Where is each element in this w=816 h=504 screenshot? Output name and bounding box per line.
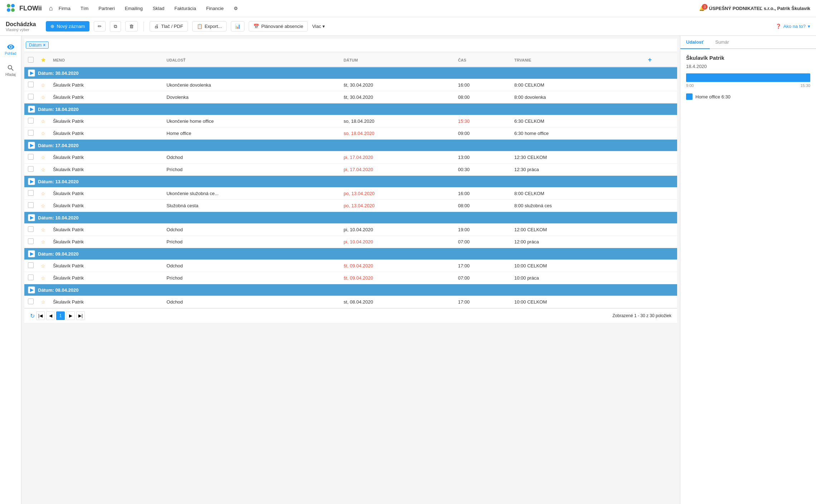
table-row[interactable]: ☆ Škulavík Patrik Príchod pi, 10.04.2020… xyxy=(24,236,677,248)
star-icon[interactable]: ☆ xyxy=(41,131,45,136)
expand-group-button[interactable]: ▶ xyxy=(28,286,35,294)
edit-icon: ✏ xyxy=(98,24,102,29)
table-row[interactable]: ☆ Škulavík Patrik Odchod pi, 17.04.2020 … xyxy=(24,151,677,164)
star-icon[interactable]: ☆ xyxy=(41,299,45,305)
row-duration: 12:00 práca xyxy=(511,236,645,248)
nav-partneri[interactable]: Partneri xyxy=(94,4,119,13)
row-checkbox[interactable] xyxy=(28,118,34,123)
row-date: po, 13.04.2020 xyxy=(340,188,455,200)
row-checkbox[interactable] xyxy=(28,154,34,160)
chart-icon: 📊 xyxy=(235,24,241,29)
chart-button[interactable]: 📊 xyxy=(231,21,244,32)
row-star-cell: ☆ xyxy=(37,79,49,91)
planned-absences-button[interactable]: 📅 Plánované absencie xyxy=(249,21,308,32)
star-icon[interactable]: ☆ xyxy=(41,227,45,233)
filter-tag-close[interactable]: × xyxy=(43,43,45,48)
sidebar-item-hladaj[interactable]: Hľadaj xyxy=(1,61,20,79)
star-icon[interactable]: ☆ xyxy=(41,82,45,88)
next-page-button[interactable]: ▶ xyxy=(66,311,75,320)
pagination-controls: ↻ |◀ ◀ 1 ▶ ▶| xyxy=(30,311,85,320)
table-row[interactable]: ☆ Škulavík Patrik Odchod št, 09.04.2020 … xyxy=(24,260,677,272)
page-title: Dochádzka xyxy=(6,21,36,28)
table-row[interactable]: ☆ Škulavík Patrik Služobná cesta po, 13.… xyxy=(24,200,677,212)
tab-udalost[interactable]: Udalosť xyxy=(680,36,710,49)
app-logo[interactable]: FLOWii xyxy=(6,3,42,14)
row-checkbox[interactable] xyxy=(28,94,34,100)
row-checkbox[interactable] xyxy=(28,190,34,196)
nav-home-icon[interactable]: ⌂ xyxy=(49,5,53,12)
new-record-button[interactable]: ⊕ Nový záznam xyxy=(46,21,89,32)
star-icon[interactable]: ☆ xyxy=(41,155,45,160)
col-udalost: UDALOSŤ xyxy=(163,53,340,67)
row-extra xyxy=(645,151,677,164)
timeline-chart: 9:00 15:30 xyxy=(686,73,810,88)
delete-button[interactable]: 🗑 xyxy=(125,21,138,32)
copy-button[interactable]: ⧉ xyxy=(110,21,121,32)
expand-group-button[interactable]: ▶ xyxy=(28,178,35,185)
row-checkbox-cell xyxy=(24,115,37,127)
edit-button[interactable]: ✏ xyxy=(94,21,106,32)
star-icon[interactable]: ☆ xyxy=(41,118,45,124)
subheader: Dochádzka Vlastný výber ⊕ Nový záznam ✏ … xyxy=(0,17,816,36)
row-checkbox[interactable] xyxy=(28,82,34,87)
star-icon[interactable]: ☆ xyxy=(41,167,45,173)
row-name: Škulavík Patrik xyxy=(49,79,163,91)
star-icon[interactable]: ☆ xyxy=(41,263,45,269)
print-button[interactable]: 🖨 Tlač / PDF xyxy=(150,21,188,32)
company-name: ÚSPEŠNÝ PODNIKATEĽ s.r.o., Patrik Škulav… xyxy=(709,6,810,11)
select-all-checkbox[interactable] xyxy=(28,57,34,63)
refresh-button[interactable]: ↻ xyxy=(30,312,35,319)
nav-emailing[interactable]: Emailing xyxy=(121,4,147,13)
first-page-button[interactable]: |◀ xyxy=(36,311,45,320)
table-row[interactable]: ☆ Škulavík Patrik Odchod st, 08.04.2020 … xyxy=(24,296,677,308)
row-event: Príchod xyxy=(163,272,340,284)
star-icon[interactable]: ☆ xyxy=(41,275,45,281)
row-checkbox[interactable] xyxy=(28,299,34,304)
star-icon[interactable]: ☆ xyxy=(41,203,45,209)
help-chevron-icon: ▾ xyxy=(808,24,810,29)
expand-group-button[interactable]: ▶ xyxy=(28,214,35,221)
nav-firma[interactable]: Firma xyxy=(54,4,75,13)
nav-sklad[interactable]: Sklad xyxy=(149,4,169,13)
tab-sumar[interactable]: Sumár xyxy=(710,36,735,49)
group-row: ▶ Dátum: 08.04.2020 xyxy=(24,284,677,296)
nav-tim[interactable]: Tím xyxy=(76,4,93,13)
table-row[interactable]: ☆ Škulavík Patrik Ukončenie home office … xyxy=(24,115,677,127)
row-checkbox[interactable] xyxy=(28,238,34,244)
row-time: 15:30 xyxy=(455,115,511,127)
star-icon[interactable]: ☆ xyxy=(41,94,45,100)
last-page-button[interactable]: ▶| xyxy=(76,311,85,320)
expand-group-button[interactable]: ▶ xyxy=(28,250,35,257)
star-icon[interactable]: ☆ xyxy=(41,239,45,245)
row-duration: 10:00 CELKOM xyxy=(511,260,645,272)
row-checkbox[interactable] xyxy=(28,130,34,136)
help-button[interactable]: ❓ Ako na to? ▾ xyxy=(776,24,810,29)
notification-button[interactable]: 🔔 3 xyxy=(699,6,705,11)
table-row[interactable]: ☆ Škulavík Patrik Príchod št, 09.04.2020… xyxy=(24,272,677,284)
more-button[interactable]: Viac ▾ xyxy=(312,24,325,29)
expand-group-button[interactable]: ▶ xyxy=(28,69,35,77)
row-checkbox[interactable] xyxy=(28,275,34,280)
star-icon[interactable]: ☆ xyxy=(41,191,45,197)
sidebar-item-pohlaad[interactable]: Pohľad xyxy=(1,40,20,58)
row-checkbox[interactable] xyxy=(28,202,34,208)
table-row[interactable]: ☆ Škulavík Patrik Príchod pi, 17.04.2020… xyxy=(24,164,677,176)
current-page-button[interactable]: 1 xyxy=(56,311,65,320)
row-checkbox[interactable] xyxy=(28,166,34,172)
table-row[interactable]: ☆ Škulavík Patrik Dovolenka št, 30.04.20… xyxy=(24,91,677,103)
export-button[interactable]: 📋 Export... xyxy=(192,21,227,32)
nav-fakturacia[interactable]: Fakturácia xyxy=(170,4,200,13)
table-row[interactable]: ☆ Škulavík Patrik Home office so, 18.04.… xyxy=(24,127,677,140)
nav-financie[interactable]: Financie xyxy=(202,4,228,13)
row-checkbox[interactable] xyxy=(28,262,34,268)
nav-settings-icon[interactable]: ⚙ xyxy=(229,4,242,13)
row-checkbox[interactable] xyxy=(28,226,34,232)
table-row[interactable]: ☆ Škulavík Patrik Ukončenie služobná ce.… xyxy=(24,188,677,200)
prev-page-button[interactable]: ◀ xyxy=(46,311,55,320)
table-row[interactable]: ☆ Škulavík Patrik Odchod pi, 10.04.2020 … xyxy=(24,224,677,236)
table-row[interactable]: ☆ Škulavík Patrik Ukončenie dovolenka št… xyxy=(24,79,677,91)
expand-group-button[interactable]: ▶ xyxy=(28,142,35,149)
table-area: Dátum × ⭐ MENO UDALOSŤ DÁTUM ČAS TRVANIE… xyxy=(21,36,680,504)
expand-group-button[interactable]: ▶ xyxy=(28,106,35,113)
add-column-button[interactable]: + xyxy=(648,56,652,63)
